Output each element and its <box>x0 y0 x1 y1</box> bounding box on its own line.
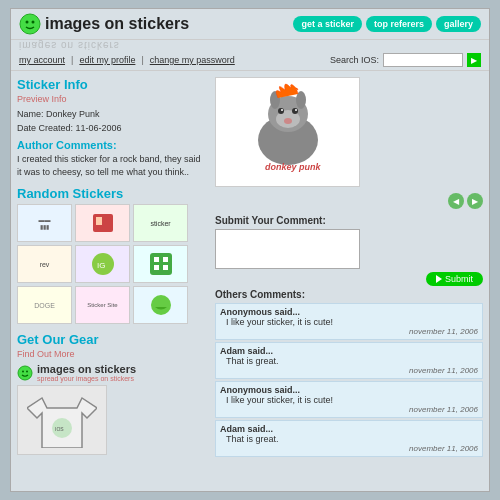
sticker-cell-1[interactable]: ▬▬▮▮▮ <box>17 204 72 242</box>
comment-block: Adam said... That is great. november 11,… <box>215 420 483 457</box>
logo-area: images on stickers <box>19 13 189 35</box>
sticker-preview-image: donkey punk <box>215 77 360 187</box>
svg-point-12 <box>151 295 171 315</box>
search-input[interactable] <box>383 53 463 67</box>
sticker-icon-9 <box>147 292 175 318</box>
svg-point-14 <box>22 370 24 372</box>
sticker-date-row: Date Created: 11-06-2006 <box>17 122 207 136</box>
tshirt-image: IOS <box>17 385 107 455</box>
random-stickers-title: Random Stickers <box>17 186 207 201</box>
sticker-cell-3[interactable]: sticker <box>133 204 188 242</box>
comment-date: november 11, 2006 <box>220 444 478 453</box>
svg-point-2 <box>32 21 35 24</box>
svg-point-1 <box>26 21 29 24</box>
subnav: my account | edit my profile | change my… <box>11 50 489 71</box>
submit-area: Submit <box>215 272 483 286</box>
svg-text:IG: IG <box>97 261 105 270</box>
author-comments-title: Author Comments: <box>17 139 207 151</box>
sticker-cell-9[interactable] <box>133 286 188 324</box>
sticker-cell-8[interactable]: Sticker Site <box>75 286 130 324</box>
sticker-icon-2 <box>88 211 118 236</box>
sticker-prev-btn[interactable]: ◀ <box>448 193 464 209</box>
gallery-btn[interactable]: gallery <box>436 16 481 32</box>
subnav-changepassword[interactable]: change my password <box>150 55 235 65</box>
gear-section-title: Get Our Gear <box>17 332 207 347</box>
donkey-sticker-svg: donkey punk <box>223 82 353 182</box>
search-icon: ▶ <box>471 56 477 65</box>
top-referers-btn[interactable]: top referers <box>366 16 432 32</box>
logo-icon <box>19 13 41 35</box>
svg-rect-7 <box>150 253 172 275</box>
submit-button[interactable]: Submit <box>426 272 483 286</box>
comment-text: I like your sticker, it is cute! <box>220 317 478 327</box>
name-label: Name: <box>17 109 44 119</box>
sticker-icon-6 <box>147 251 175 277</box>
get-sticker-btn[interactable]: get a sticker <box>293 16 362 32</box>
submit-comment-section: Submit Your Comment: Submit <box>215 215 483 286</box>
comments-list: Anonymous said... I like your sticker, i… <box>215 303 483 457</box>
svg-point-0 <box>20 14 40 34</box>
tshirt-svg: IOS <box>27 393 97 448</box>
search-area: Search IOS: ▶ <box>330 53 481 67</box>
sticker-info-title: Sticker Info <box>17 77 207 92</box>
submit-comment-title: Submit Your Comment: <box>215 215 483 226</box>
svg-point-28 <box>295 109 297 111</box>
svg-rect-11 <box>163 265 168 270</box>
comment-author: Adam said... <box>220 346 478 356</box>
svg-point-13 <box>18 366 32 380</box>
submit-label: Submit <box>445 274 473 284</box>
svg-point-25 <box>278 108 284 114</box>
header-reflection: images on stickers <box>11 40 489 50</box>
others-comments-title: Others Comments: <box>215 289 483 300</box>
sticker-cell-5[interactable]: IG <box>75 245 130 283</box>
left-column: Sticker Info Preview Info Name: Donkey P… <box>17 77 207 459</box>
date-label: Date Created: <box>17 123 73 133</box>
comment-block: Anonymous said... I like your sticker, i… <box>215 381 483 418</box>
submit-play-icon <box>436 275 442 283</box>
comment-date: november 11, 2006 <box>220 366 478 375</box>
comment-block: Anonymous said... I like your sticker, i… <box>215 303 483 340</box>
svg-text:donkey punk: donkey punk <box>265 162 322 172</box>
svg-point-29 <box>284 118 292 124</box>
svg-text:IOS: IOS <box>55 426 64 432</box>
gear-subtitle: Find Out More <box>17 349 207 359</box>
svg-rect-4 <box>96 217 102 225</box>
comment-date: november 11, 2006 <box>220 327 478 336</box>
gear-logo-title: images on stickers <box>37 363 136 375</box>
get-our-gear: Get Our Gear Find Out More images on sti… <box>17 332 207 455</box>
gear-logo-icon <box>17 365 33 381</box>
sticker-icon-5: IG <box>87 250 119 278</box>
svg-rect-9 <box>163 257 168 262</box>
sticker-navigation: ◀ ▶ <box>215 193 483 209</box>
comment-author: Anonymous said... <box>220 307 478 317</box>
comment-author: Anonymous said... <box>220 385 478 395</box>
nav-buttons: get a sticker top referers gallery <box>293 16 481 32</box>
svg-point-26 <box>292 108 298 114</box>
subnav-editprofile[interactable]: edit my profile <box>79 55 135 65</box>
sticker-cell-2[interactable] <box>75 204 130 242</box>
sticker-info-subtitle: Preview Info <box>17 94 207 104</box>
site-title: images on stickers <box>45 15 189 33</box>
comment-date: november 11, 2006 <box>220 405 478 414</box>
others-comments: Others Comments: Anonymous said... I lik… <box>215 289 483 457</box>
sticker-next-btn[interactable]: ▶ <box>467 193 483 209</box>
author-comment-text: I created this sticker for a rock band, … <box>17 153 207 178</box>
random-stickers: Random Stickers ▬▬▮▮▮ sticker <box>17 186 207 324</box>
comment-author: Adam said... <box>220 424 478 434</box>
subnav-myaccount[interactable]: my account <box>19 55 65 65</box>
svg-rect-8 <box>154 257 159 262</box>
comment-text: That is great. <box>220 356 478 366</box>
sticker-cell-6[interactable] <box>133 245 188 283</box>
sticker-cell-7[interactable]: DOGE <box>17 286 72 324</box>
header: images on stickers get a sticker top ref… <box>11 9 489 40</box>
search-label: Search IOS: <box>330 55 379 65</box>
svg-point-15 <box>26 370 28 372</box>
main-content: Sticker Info Preview Info Name: Donkey P… <box>11 71 489 465</box>
comment-textarea[interactable] <box>215 229 360 269</box>
comment-text: That is great. <box>220 434 478 444</box>
sticker-cell-4[interactable]: rev <box>17 245 72 283</box>
sticker-info: Sticker Info Preview Info Name: Donkey P… <box>17 77 207 178</box>
sticker-name-row: Name: Donkey Punk <box>17 108 207 122</box>
search-button[interactable]: ▶ <box>467 53 481 67</box>
gear-logo-area: images on stickers spread your images on… <box>17 363 207 382</box>
